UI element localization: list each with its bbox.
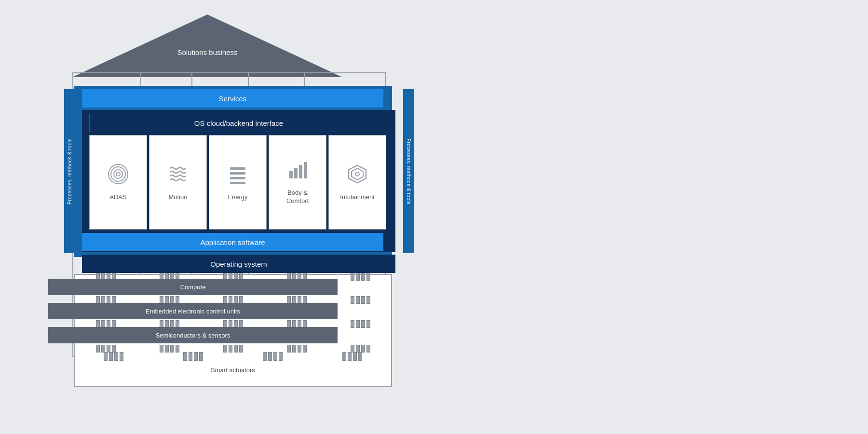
actuator-pin <box>279 352 283 361</box>
svg-rect-8 <box>289 171 293 178</box>
os-label: Operating system <box>210 260 267 268</box>
pin <box>351 345 354 353</box>
domain-box-motion: Motion <box>149 135 207 230</box>
pin <box>351 296 354 304</box>
ecu-bar: Embedded electronic control units <box>48 303 338 319</box>
pin <box>101 345 105 353</box>
svg-point-0 <box>116 172 120 176</box>
actuator-pins <box>183 352 203 361</box>
pin <box>351 320 354 328</box>
infotainment-icon <box>347 163 368 188</box>
pins-group <box>96 345 116 353</box>
actuator-group-4 <box>342 352 362 361</box>
body-label: Body &Comfort <box>286 189 309 205</box>
actuator-pins <box>104 352 123 361</box>
pin <box>160 345 163 353</box>
pin <box>303 345 307 353</box>
actuator-pin <box>199 352 203 361</box>
pin <box>239 345 243 353</box>
actuator-pin <box>263 352 267 361</box>
svg-point-2 <box>111 167 125 181</box>
pin <box>107 345 110 353</box>
pin <box>361 273 365 281</box>
actuator-pin <box>120 352 123 361</box>
actuator-pins <box>342 352 362 361</box>
pins-group <box>351 320 370 328</box>
svg-rect-9 <box>294 168 298 178</box>
domain-row: ADAS Motion <box>88 134 387 231</box>
pin <box>234 345 238 353</box>
actuators-row <box>74 352 392 361</box>
compute-bar: Compute <box>48 279 338 295</box>
svg-marker-13 <box>352 168 363 180</box>
services-label: Services <box>219 95 247 103</box>
svg-rect-4 <box>230 167 245 170</box>
energy-label: Energy <box>228 193 247 202</box>
sidebar-right-text: Processes, methods & tools <box>406 138 411 204</box>
pin <box>229 345 232 353</box>
actuator-pin <box>189 352 192 361</box>
actuator-pin <box>353 352 357 361</box>
pin <box>165 345 169 353</box>
svg-point-14 <box>355 172 359 176</box>
energy-icon <box>227 163 248 188</box>
svg-rect-5 <box>230 172 245 175</box>
actuator-group-3 <box>263 352 283 361</box>
svg-rect-10 <box>299 165 302 178</box>
compute-label: Compute <box>180 284 206 291</box>
pin <box>170 345 174 353</box>
roof-triangle <box>72 14 342 77</box>
pin <box>366 273 370 281</box>
actuator-pin <box>358 352 362 361</box>
pin <box>351 273 354 281</box>
pin <box>176 345 179 353</box>
pin <box>292 345 296 353</box>
actuator-group-1 <box>104 352 123 361</box>
pin <box>356 345 360 353</box>
sidebar-left-text: Processes, methods & tools <box>67 138 72 204</box>
pin <box>356 296 360 304</box>
domain-box-infotainment: Infotainment <box>328 135 386 230</box>
os-bar: Operating system <box>82 255 395 273</box>
os-cloud-label: OS cloud/backend interface <box>194 119 283 127</box>
pin <box>356 273 360 281</box>
pin <box>366 320 370 328</box>
app-software-label: Application software <box>200 238 265 246</box>
svg-rect-11 <box>304 162 307 178</box>
sidebar-right: Processes, methods & tools <box>403 89 414 253</box>
pin <box>287 345 291 353</box>
ecu-label: Embedded electronic control units <box>146 308 240 315</box>
actuator-group-2 <box>183 352 203 361</box>
pins-group <box>351 296 370 304</box>
pins-group <box>351 345 370 353</box>
pin <box>223 345 227 353</box>
architecture-diagram: Solutions business Processes, methods & … <box>34 14 429 429</box>
roof-label: Solutions business <box>72 48 342 56</box>
sidebar-left: Processes, methods & tools <box>64 89 75 253</box>
roof: Solutions business <box>72 14 342 77</box>
actuator-pin <box>183 352 187 361</box>
domain-box-body: Body &Comfort <box>269 135 326 230</box>
pin <box>361 320 365 328</box>
motion-icon <box>167 163 189 188</box>
pin <box>361 296 365 304</box>
actuator-pin <box>114 352 118 361</box>
actuator-pin <box>194 352 198 361</box>
domain-box-energy: Energy <box>209 135 267 230</box>
body-icon <box>287 159 308 183</box>
services-bar: Services <box>82 89 383 108</box>
pins-group <box>223 345 243 353</box>
domain-box-adas: ADAS <box>89 135 147 230</box>
actuator-pins <box>263 352 283 361</box>
svg-rect-7 <box>230 182 245 184</box>
pin <box>356 320 360 328</box>
actuator-pin <box>104 352 108 361</box>
svg-rect-6 <box>230 177 245 179</box>
actuator-pin <box>342 352 346 361</box>
adas-label: ADAS <box>109 193 126 202</box>
app-software-bar: Application software <box>82 233 383 251</box>
actuator-pin <box>273 352 277 361</box>
pins-group-5 <box>351 273 370 281</box>
pin <box>96 345 100 353</box>
pin <box>366 345 370 353</box>
